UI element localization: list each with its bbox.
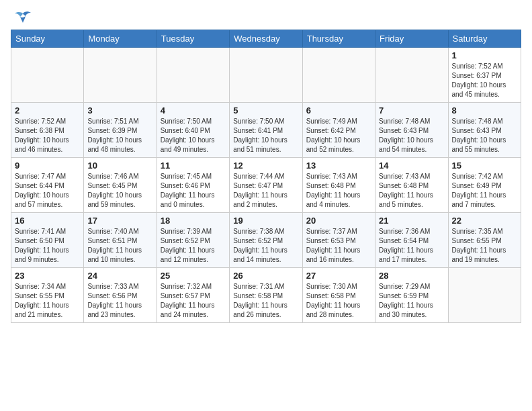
calendar-header-monday: Monday [84, 30, 157, 48]
calendar-cell: 4Sunrise: 7:50 AM Sunset: 6:40 PM Daylig… [157, 103, 229, 158]
day-number: 26 [233, 271, 298, 281]
day-info: Sunrise: 7:48 AM Sunset: 6:43 PM Dayligh… [379, 117, 444, 154]
day-number: 3 [87, 105, 152, 116]
calendar-cell: 20Sunrise: 7:37 AM Sunset: 6:53 PM Dayli… [302, 213, 375, 268]
day-info: Sunrise: 7:52 AM Sunset: 6:38 PM Dayligh… [15, 117, 80, 154]
day-info: Sunrise: 7:49 AM Sunset: 6:42 PM Dayligh… [306, 117, 371, 154]
day-number: 2 [15, 105, 80, 116]
day-info: Sunrise: 7:38 AM Sunset: 6:52 PM Dayligh… [233, 227, 298, 265]
day-number: 24 [87, 271, 152, 281]
day-info: Sunrise: 7:34 AM Sunset: 6:55 PM Dayligh… [15, 282, 80, 320]
calendar-cell [11, 48, 84, 103]
calendar-cell: 6Sunrise: 7:49 AM Sunset: 6:42 PM Daylig… [302, 103, 375, 158]
calendar-cell [157, 48, 229, 103]
day-number: 14 [379, 161, 444, 171]
day-number: 4 [161, 105, 226, 116]
calendar-header-friday: Friday [375, 30, 448, 48]
day-info: Sunrise: 7:32 AM Sunset: 6:57 PM Dayligh… [161, 282, 226, 320]
day-number: 5 [233, 105, 298, 116]
day-number: 9 [15, 161, 80, 171]
day-info: Sunrise: 7:50 AM Sunset: 6:41 PM Dayligh… [233, 117, 298, 154]
calendar-cell: 18Sunrise: 7:39 AM Sunset: 6:52 PM Dayli… [157, 213, 229, 268]
calendar-header-saturday: Saturday [448, 30, 521, 48]
day-info: Sunrise: 7:43 AM Sunset: 6:48 PM Dayligh… [306, 172, 371, 210]
calendar-cell: 10Sunrise: 7:46 AM Sunset: 6:45 PM Dayli… [84, 158, 157, 213]
day-info: Sunrise: 7:37 AM Sunset: 6:53 PM Dayligh… [306, 227, 371, 265]
day-number: 25 [161, 271, 226, 281]
calendar-cell: 19Sunrise: 7:38 AM Sunset: 6:52 PM Dayli… [230, 213, 302, 268]
calendar-cell: 14Sunrise: 7:43 AM Sunset: 6:48 PM Dayli… [375, 158, 448, 213]
calendar-cell [448, 268, 521, 323]
day-number: 15 [452, 161, 517, 171]
calendar-header-thursday: Thursday [302, 30, 375, 48]
calendar-cell: 27Sunrise: 7:30 AM Sunset: 6:58 PM Dayli… [302, 268, 375, 323]
day-info: Sunrise: 7:41 AM Sunset: 6:50 PM Dayligh… [15, 227, 80, 265]
day-info: Sunrise: 7:52 AM Sunset: 6:37 PM Dayligh… [452, 62, 517, 99]
day-info: Sunrise: 7:30 AM Sunset: 6:58 PM Dayligh… [306, 282, 371, 320]
calendar-cell: 8Sunrise: 7:48 AM Sunset: 6:43 PM Daylig… [448, 103, 521, 158]
calendar-cell [302, 48, 375, 103]
day-info: Sunrise: 7:40 AM Sunset: 6:51 PM Dayligh… [87, 227, 152, 265]
calendar-week-row: 9Sunrise: 7:47 AM Sunset: 6:44 PM Daylig… [11, 158, 521, 213]
calendar-cell: 15Sunrise: 7:42 AM Sunset: 6:49 PM Dayli… [448, 158, 521, 213]
day-number: 7 [379, 105, 444, 116]
calendar-cell: 13Sunrise: 7:43 AM Sunset: 6:48 PM Dayli… [302, 158, 375, 213]
calendar-cell: 25Sunrise: 7:32 AM Sunset: 6:57 PM Dayli… [157, 268, 229, 323]
calendar-week-row: 1Sunrise: 7:52 AM Sunset: 6:37 PM Daylig… [11, 48, 521, 103]
calendar-cell [230, 48, 302, 103]
calendar-header-sunday: Sunday [11, 30, 84, 48]
day-info: Sunrise: 7:46 AM Sunset: 6:45 PM Dayligh… [87, 172, 152, 210]
day-info: Sunrise: 7:47 AM Sunset: 6:44 PM Dayligh… [15, 172, 80, 210]
day-info: Sunrise: 7:31 AM Sunset: 6:58 PM Dayligh… [233, 282, 298, 320]
calendar-cell: 1Sunrise: 7:52 AM Sunset: 6:37 PM Daylig… [448, 48, 521, 103]
calendar-week-row: 2Sunrise: 7:52 AM Sunset: 6:38 PM Daylig… [11, 103, 521, 158]
day-number: 23 [15, 271, 80, 281]
day-info: Sunrise: 7:29 AM Sunset: 6:59 PM Dayligh… [379, 282, 444, 320]
calendar-header-row: SundayMondayTuesdayWednesdayThursdayFrid… [11, 30, 521, 48]
day-number: 27 [306, 271, 371, 281]
calendar-cell [375, 48, 448, 103]
day-number: 13 [306, 161, 371, 171]
day-info: Sunrise: 7:45 AM Sunset: 6:46 PM Dayligh… [161, 172, 226, 210]
calendar-cell: 28Sunrise: 7:29 AM Sunset: 6:59 PM Dayli… [375, 268, 448, 323]
day-number: 28 [379, 271, 444, 281]
calendar-cell: 17Sunrise: 7:40 AM Sunset: 6:51 PM Dayli… [84, 213, 157, 268]
day-number: 20 [306, 216, 371, 226]
calendar-cell: 16Sunrise: 7:41 AM Sunset: 6:50 PM Dayli… [11, 213, 84, 268]
calendar-cell: 22Sunrise: 7:35 AM Sunset: 6:55 PM Dayli… [448, 213, 521, 268]
calendar-cell: 3Sunrise: 7:51 AM Sunset: 6:39 PM Daylig… [84, 103, 157, 158]
logo [11, 11, 32, 24]
calendar-cell: 23Sunrise: 7:34 AM Sunset: 6:55 PM Dayli… [11, 268, 84, 323]
calendar-cell [84, 48, 157, 103]
day-number: 16 [15, 216, 80, 226]
day-number: 22 [452, 216, 517, 226]
day-number: 17 [87, 216, 152, 226]
calendar-cell: 2Sunrise: 7:52 AM Sunset: 6:38 PM Daylig… [11, 103, 84, 158]
calendar-cell: 9Sunrise: 7:47 AM Sunset: 6:44 PM Daylig… [11, 158, 84, 213]
calendar-cell: 5Sunrise: 7:50 AM Sunset: 6:41 PM Daylig… [230, 103, 302, 158]
day-info: Sunrise: 7:36 AM Sunset: 6:54 PM Dayligh… [379, 227, 444, 265]
calendar-week-row: 16Sunrise: 7:41 AM Sunset: 6:50 PM Dayli… [11, 213, 521, 268]
day-info: Sunrise: 7:33 AM Sunset: 6:56 PM Dayligh… [87, 282, 152, 320]
day-number: 1 [452, 50, 517, 60]
calendar-header-wednesday: Wednesday [230, 30, 302, 48]
day-info: Sunrise: 7:39 AM Sunset: 6:52 PM Dayligh… [161, 227, 226, 265]
day-info: Sunrise: 7:42 AM Sunset: 6:49 PM Dayligh… [452, 172, 517, 210]
page-header [11, 11, 521, 24]
logo-bird-icon [13, 11, 32, 24]
calendar-week-row: 23Sunrise: 7:34 AM Sunset: 6:55 PM Dayli… [11, 268, 521, 323]
calendar-header-tuesday: Tuesday [157, 30, 229, 48]
calendar-cell: 21Sunrise: 7:36 AM Sunset: 6:54 PM Dayli… [375, 213, 448, 268]
day-info: Sunrise: 7:35 AM Sunset: 6:55 PM Dayligh… [452, 227, 517, 265]
day-number: 21 [379, 216, 444, 226]
calendar-cell: 7Sunrise: 7:48 AM Sunset: 6:43 PM Daylig… [375, 103, 448, 158]
day-number: 8 [452, 105, 517, 116]
day-number: 18 [161, 216, 226, 226]
day-info: Sunrise: 7:44 AM Sunset: 6:47 PM Dayligh… [233, 172, 298, 210]
calendar-cell: 24Sunrise: 7:33 AM Sunset: 6:56 PM Dayli… [84, 268, 157, 323]
calendar-cell: 26Sunrise: 7:31 AM Sunset: 6:58 PM Dayli… [230, 268, 302, 323]
calendar-cell: 12Sunrise: 7:44 AM Sunset: 6:47 PM Dayli… [230, 158, 302, 213]
calendar-table: SundayMondayTuesdayWednesdayThursdayFrid… [11, 30, 521, 323]
day-info: Sunrise: 7:50 AM Sunset: 6:40 PM Dayligh… [161, 117, 226, 154]
day-info: Sunrise: 7:43 AM Sunset: 6:48 PM Dayligh… [379, 172, 444, 210]
